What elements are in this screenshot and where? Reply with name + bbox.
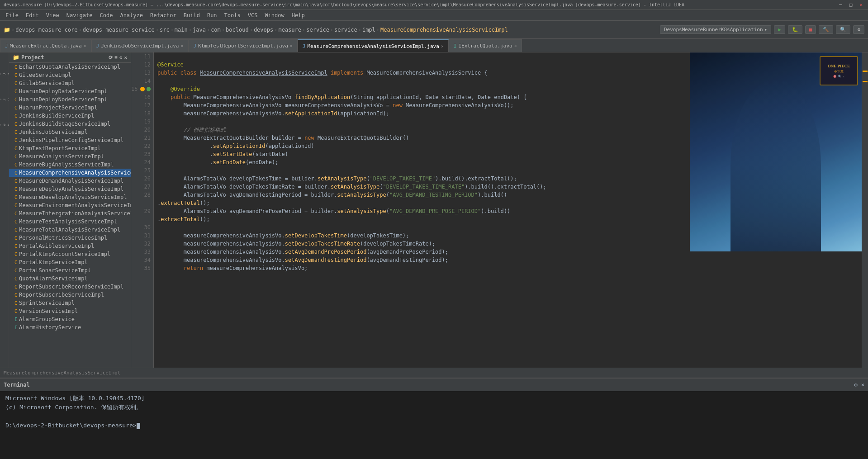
project-settings-btn[interactable]: ⚙ xyxy=(119,55,123,61)
terminal-body[interactable]: Microsoft Windows [版本 10.0.19045.4170] (… xyxy=(0,391,868,459)
search-button[interactable]: 🔍 xyxy=(836,25,850,34)
one-piece-background-image: ONE PIECE 中字幕 🎯 🔍 ⚔️ xyxy=(690,52,862,251)
tree-item-quota-alarm[interactable]: C QuotaAlarmServiceimpl xyxy=(9,274,131,283)
tree-item-ktmp-test[interactable]: C KtmpTestReportServiceImpl xyxy=(9,144,131,152)
stop-button[interactable]: ■ xyxy=(805,25,816,34)
tab-ktmp-test-report[interactable]: J KtmpTestReportServiceImpl.java × xyxy=(188,39,297,52)
terminal-close-btn[interactable]: × xyxy=(861,382,864,388)
tree-item-alarm-group[interactable]: I AlarmGroupService xyxy=(9,315,131,323)
tree-item-jenkins-pipeline[interactable]: C JenkinsPipelineConfigServiceImpl xyxy=(9,136,131,144)
tree-item-portal-sonar[interactable]: C PortalSonarServiceImpl xyxy=(9,266,131,274)
tab-measure-comprehensive-active[interactable]: J MeasureComprehensiveAnalysisServiceImp… xyxy=(298,39,449,52)
breadcrumb-service1[interactable]: service xyxy=(306,27,329,33)
tab-close-btn[interactable]: × xyxy=(514,43,517,48)
breadcrumb-com[interactable]: com xyxy=(211,27,221,33)
tree-item-huarun-project[interactable]: C HuarunProjectServiceImpl xyxy=(9,104,131,112)
tree-item-measure-test[interactable]: C MeasureTestAnalysisServiceImpl xyxy=(9,218,131,226)
close-btn[interactable]: ✕ xyxy=(858,2,864,8)
tree-item-measure-environment[interactable]: C MeasureEnvironmentAnalysisServiceImpl xyxy=(9,201,131,209)
tree-item-huarun-deploy-node[interactable]: C HuarunDeployNodeServiceImpl xyxy=(9,95,131,104)
breadcrumb-service2[interactable]: service xyxy=(334,27,357,33)
tree-item-jenkins-job[interactable]: C JenkinsJobServiceImpl xyxy=(9,128,131,136)
window-controls[interactable]: ─ □ ✕ xyxy=(837,2,864,8)
menu-view[interactable]: View xyxy=(43,11,63,19)
breadcrumb-java[interactable]: java xyxy=(193,27,206,33)
tree-item-alarm-history[interactable]: I AlarmHistoryService xyxy=(9,323,131,331)
breadcrumb-main[interactable]: main xyxy=(175,27,188,33)
breadcrumb-bocloud[interactable]: bocloud xyxy=(226,27,249,33)
tree-item-label: PortalKtmpServiceImpl xyxy=(19,259,88,265)
tree-item-measure-deploy[interactable]: C MeasureDeployAnalysisServiceImpl xyxy=(9,185,131,193)
run-button[interactable]: ▶ xyxy=(774,25,785,34)
tab-close-btn[interactable]: × xyxy=(441,44,444,49)
tree-item-report-subscribe[interactable]: C ReportSubscribeServiceImpl xyxy=(9,291,131,299)
tab-icon: J xyxy=(303,43,306,49)
menu-file[interactable]: File xyxy=(2,11,22,19)
tree-item-echarts[interactable]: C EchartsQuotaAnalysisServiceImpl xyxy=(9,63,131,71)
breadcrumb-classname[interactable]: MeasureComprehensiveAnalysisServiceImpl xyxy=(380,27,508,33)
menu-edit[interactable]: Edit xyxy=(22,11,43,19)
menu-build[interactable]: Build xyxy=(180,11,204,19)
menu-refactor[interactable]: Refactor xyxy=(147,11,180,19)
tree-item-jenkins-build-stage[interactable]: C JenkinsBuildStageServiceImpl xyxy=(9,120,131,128)
menu-code[interactable]: Code xyxy=(96,11,117,19)
tree-item-measure-total[interactable]: C MeasureTotalAnalysisServiceImpl xyxy=(9,226,131,234)
tab-measure-extract-quota[interactable]: J MeasureExtractQuota.java × xyxy=(0,39,91,52)
breadcrumb-devops-measure-core[interactable]: devops-measure-core xyxy=(15,27,77,33)
tree-item-personal-metrics[interactable]: C PersonalMetricsServicesImpl xyxy=(9,234,131,242)
menu-analyze[interactable]: Analyze xyxy=(116,11,147,19)
tree-item-measure-develop[interactable]: C MeasureDevelopAnalysisServiceImpl xyxy=(9,193,131,201)
breadcrumb-devops[interactable]: devops xyxy=(254,27,273,33)
project-close-btn[interactable]: × xyxy=(124,55,127,61)
tree-item-measure-comprehensive[interactable]: C MeasureComprehensiveAnalysisServiceImp… xyxy=(9,169,131,177)
gutter-line-34: 34 xyxy=(131,256,151,264)
menu-vcs[interactable]: VCS xyxy=(244,11,261,19)
tab-jenkins-job-service[interactable]: J JenkinsJobServiceImpl.java × xyxy=(91,39,189,52)
tree-item-measure-bug[interactable]: C MeasureBugAnalysisServiceImpl xyxy=(9,161,131,169)
tab-iextract-quota[interactable]: I IExtractQuota.java × xyxy=(449,39,522,52)
tab-close-btn[interactable]: × xyxy=(290,43,293,48)
breadcrumb-devops-measure-service[interactable]: devops-measure-service xyxy=(83,27,155,33)
menu-navigate[interactable]: Navigate xyxy=(63,11,96,19)
web-icon[interactable]: Web xyxy=(0,121,9,128)
tab-close-btn[interactable]: × xyxy=(84,43,86,48)
terminal-settings-btn[interactable]: ⚙ xyxy=(854,382,858,388)
tree-item-gitlab[interactable]: C GitlabServiceImpl xyxy=(9,79,131,87)
menu-tools[interactable]: Tools xyxy=(221,11,244,19)
settings-button[interactable]: ⚙ xyxy=(853,25,864,34)
favorites-icon[interactable]: Favorites xyxy=(0,96,9,103)
project-sync-btn[interactable]: ⟳ xyxy=(109,55,113,61)
terminal-tab-close[interactable]: × xyxy=(13,382,16,388)
tree-item-gitee[interactable]: C GiteeServiceImpl xyxy=(9,71,131,79)
breadcrumb-src[interactable]: src xyxy=(160,27,170,33)
minimize-btn[interactable]: ─ xyxy=(837,2,844,8)
breadcrumb-measure[interactable]: measure xyxy=(278,27,301,33)
tab-close-btn[interactable]: × xyxy=(180,43,183,48)
tree-item-measure-demand[interactable]: C MeasureDemandAnalysisServiceImpl xyxy=(9,177,131,185)
tree-item-label: EchartsQuotaAnalysisServiceImpl xyxy=(19,64,120,70)
tree-item-portal-asible[interactable]: C PortalAsibleServiceImpl xyxy=(9,242,131,250)
tree-item-report-subscribe-record[interactable]: C ReportSubscribeRecordServiceImpl xyxy=(9,283,131,291)
build-button[interactable]: 🔨 xyxy=(819,25,833,34)
class-icon: C xyxy=(14,162,17,167)
project-collapse-btn[interactable]: ≡ xyxy=(114,55,118,61)
tree-item-portal-ktmp-account[interactable]: C PortalKtmpAccountServiceImpl xyxy=(9,250,131,258)
dropdown-icon[interactable]: ▾ xyxy=(764,27,768,33)
debug-button[interactable]: 🐛 xyxy=(788,25,802,34)
tree-item-jenkins-build[interactable]: C JenkinsBuildServiceImpl xyxy=(9,112,131,120)
breadcrumb-impl[interactable]: impl xyxy=(362,27,375,33)
structure-icon[interactable]: Structure xyxy=(0,71,9,78)
tree-item-measure-integration[interactable]: C MeasureIntergrationAnalysisServiceImpl xyxy=(9,209,131,218)
class-icon: C xyxy=(14,309,17,314)
tree-item-huarun-deploy-data[interactable]: C HuarunDeployDataServiceImpl xyxy=(9,87,131,95)
maximize-btn[interactable]: □ xyxy=(848,2,854,8)
tree-item-sprint[interactable]: C SprintServiceImpl xyxy=(9,299,131,307)
menu-run[interactable]: Run xyxy=(204,11,221,19)
breadcrumb-project[interactable]: 📁 xyxy=(4,27,10,33)
tree-item-version[interactable]: C VersionServiceImpl xyxy=(9,307,131,315)
tree-item-portal-ktmp[interactable]: C PortalKtmpServiceImpl xyxy=(9,258,131,266)
run-config-selector[interactable]: DevopsMeasureRunnerK8sApplication ▾ xyxy=(660,25,771,34)
menu-window[interactable]: Window xyxy=(261,11,288,19)
menu-help[interactable]: Help xyxy=(288,11,308,19)
tree-item-measure-analysis[interactable]: C MeasureAnalysisServiceImpl xyxy=(9,152,131,161)
